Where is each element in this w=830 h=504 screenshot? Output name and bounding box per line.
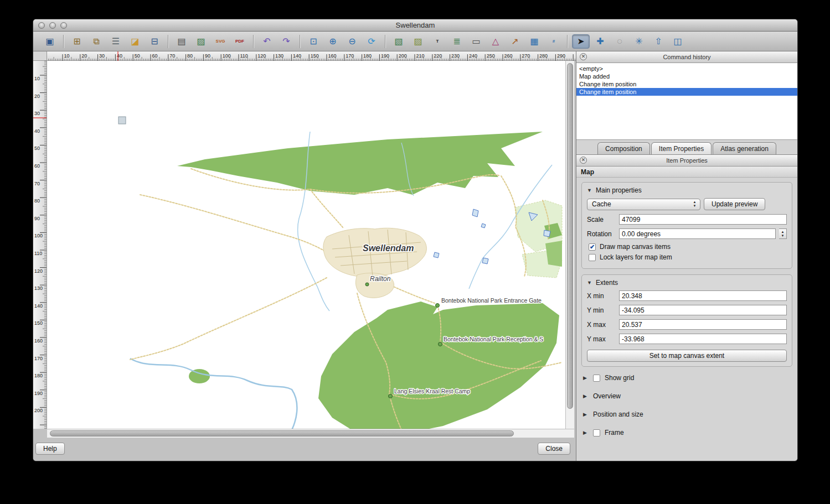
scale-input[interactable] xyxy=(619,214,787,225)
export-as-svg-button[interactable]: SVG xyxy=(212,34,229,49)
checkbox-draw-map-canvas-items[interactable]: ✔ xyxy=(589,243,596,251)
select-move-item-button[interactable]: ➤ xyxy=(572,34,590,49)
set-map-canvas-extent-button[interactable]: Set to map canvas extent xyxy=(587,350,787,362)
redo-icon: ↷ xyxy=(282,37,290,46)
history-item[interactable]: <empty> xyxy=(576,65,797,72)
extent-label-y-min: Y min xyxy=(587,306,616,314)
panel-close-icon[interactable]: ✕ xyxy=(580,157,587,164)
cache-mode-dropdown[interactable]: Cache ▲▼ xyxy=(587,199,700,210)
map-label-swellendam: Swellendam xyxy=(363,243,414,253)
extent-row: Y max xyxy=(587,334,787,344)
zoom-out-button[interactable]: ⊖ xyxy=(343,34,361,49)
checkbox-lock-layers-for-map-item[interactable] xyxy=(589,254,596,261)
svg-text:120: 120 xyxy=(257,53,266,59)
map-item[interactable]: Swellendam Railton Bontebok National Par… xyxy=(47,61,565,429)
select-move-item-icon: ➤ xyxy=(577,37,584,46)
history-item[interactable]: Map added xyxy=(576,72,797,80)
map-label-entrance-gate: Bontebok National Park Entrance Gate xyxy=(441,297,542,304)
tab-item-properties[interactable]: Item Properties xyxy=(651,142,712,154)
raise-selected-items-button[interactable]: ⇧ xyxy=(649,34,667,49)
title-bar[interactable]: Swellendam xyxy=(33,19,797,32)
extent-y-max-input[interactable] xyxy=(619,334,787,344)
update-preview-button[interactable]: Update preview xyxy=(704,198,765,210)
add-basic-shape-button[interactable]: △ xyxy=(487,34,504,49)
svg-text:190: 190 xyxy=(34,391,43,396)
edit-nodes-item-button[interactable]: ✳ xyxy=(630,34,648,49)
tab-atlas-generation[interactable]: Atlas generation xyxy=(713,142,776,154)
close-button[interactable]: Close xyxy=(538,443,570,455)
redo-button[interactable]: ↷ xyxy=(277,34,295,49)
history-item[interactable]: Change item position xyxy=(576,88,797,96)
add-scalebar-button[interactable]: ▭ xyxy=(467,34,485,49)
new-composition-button[interactable]: ⊞ xyxy=(68,34,86,49)
select-region-button[interactable]: ◌ xyxy=(611,34,628,49)
section-checkbox-show-grid[interactable] xyxy=(593,375,600,382)
map-label-rest-camp: Lang Elsies Kraal Rest Camp xyxy=(394,388,470,394)
svg-text:90: 90 xyxy=(34,216,40,221)
disclosure-triangle-icon[interactable]: ▼ xyxy=(587,280,592,285)
section-label: Overview xyxy=(593,392,621,400)
section-overview[interactable]: ▶Overview xyxy=(583,391,792,402)
small-composer-item[interactable] xyxy=(118,117,126,124)
extent-x-max-input[interactable] xyxy=(619,319,787,330)
zoom-window-button[interactable] xyxy=(60,22,67,29)
section-show-grid[interactable]: ▶Show grid xyxy=(583,372,792,383)
zoom-full-button[interactable]: ⊡ xyxy=(305,34,322,49)
export-as-pdf-icon: PDF xyxy=(235,39,244,44)
rotation-spinner[interactable]: ▲▼ xyxy=(779,228,787,239)
composer-manager-button[interactable]: ☰ xyxy=(107,34,125,49)
save-as-template-button[interactable]: ⊟ xyxy=(146,34,163,49)
add-arrow-button[interactable]: ↗ xyxy=(506,34,524,49)
load-from-template-button[interactable]: ◪ xyxy=(126,34,144,49)
add-basic-shape-icon: △ xyxy=(492,37,499,46)
add-new-map-button[interactable]: ▧ xyxy=(390,34,408,49)
export-as-image-button[interactable]: ▨ xyxy=(192,34,210,49)
move-item-content-icon: ✚ xyxy=(596,37,604,46)
extent-row: Y min xyxy=(587,305,787,315)
rotation-input[interactable] xyxy=(619,228,776,239)
add-html-frame-button[interactable]: # xyxy=(545,34,563,49)
undo-button[interactable]: ↶ xyxy=(258,34,276,49)
extent-x-min-input[interactable] xyxy=(619,290,787,301)
composer-window: Swellendam ▣⊞⧉☰◪⊟▤▨SVGPDF↶↷⊡⊕⊖⟳▧▨T≣▭△↗▦#… xyxy=(33,19,797,461)
disclosure-triangle-icon: ▶ xyxy=(583,430,589,435)
svg-text:130: 130 xyxy=(275,53,283,59)
add-image-button[interactable]: ▨ xyxy=(409,34,427,49)
svg-text:130: 130 xyxy=(34,285,43,291)
save-project-button[interactable]: ▣ xyxy=(41,34,59,49)
move-item-content-button[interactable]: ✚ xyxy=(591,34,609,49)
print-button[interactable]: ▤ xyxy=(173,34,190,49)
main-area: 1020304050607080901001101201301401501601… xyxy=(33,51,797,461)
svg-text:210: 210 xyxy=(416,53,425,59)
svg-text:140: 140 xyxy=(293,53,301,59)
section-checkbox-frame[interactable] xyxy=(593,429,600,437)
help-button[interactable]: Help xyxy=(35,443,65,455)
duplicate-composition-button[interactable]: ⧉ xyxy=(87,34,105,49)
horizontal-scrollbar-thumb[interactable] xyxy=(50,430,514,437)
section-label: Frame xyxy=(605,429,624,437)
print-icon: ▤ xyxy=(177,37,185,46)
vertical-scrollbar-thumb[interactable] xyxy=(567,63,573,409)
section-position-and-size[interactable]: ▶Position and size xyxy=(583,409,792,420)
close-window-button[interactable] xyxy=(38,22,45,29)
minimize-window-button[interactable] xyxy=(49,22,56,29)
disclosure-triangle-icon[interactable]: ▼ xyxy=(587,188,592,193)
svg-text:30: 30 xyxy=(99,53,105,59)
refresh-view-button[interactable]: ⟳ xyxy=(363,34,380,49)
item-type-label: Map xyxy=(576,167,797,178)
zoom-in-button[interactable]: ⊕ xyxy=(324,34,342,49)
vertical-ruler-ticks: 1020304050607080901001101201301401501601… xyxy=(33,61,47,429)
group-items-button[interactable]: ◫ xyxy=(669,34,687,49)
extent-y-min-input[interactable] xyxy=(619,305,787,315)
horizontal-scrollbar[interactable] xyxy=(47,429,574,438)
history-item[interactable]: Change item position xyxy=(576,80,797,88)
tab-composition[interactable]: Composition xyxy=(597,142,650,154)
section-frame[interactable]: ▶Frame xyxy=(583,427,792,438)
composer-canvas[interactable]: Swellendam Railton Bontebok National Par… xyxy=(47,61,565,429)
panel-close-icon[interactable]: ✕ xyxy=(580,53,587,60)
add-label-button[interactable]: T xyxy=(429,34,446,49)
add-legend-button[interactable]: ≣ xyxy=(448,34,466,49)
add-attribute-table-button[interactable]: ▦ xyxy=(525,34,543,49)
vertical-scrollbar[interactable] xyxy=(565,61,574,429)
export-as-pdf-button[interactable]: PDF xyxy=(231,34,249,49)
